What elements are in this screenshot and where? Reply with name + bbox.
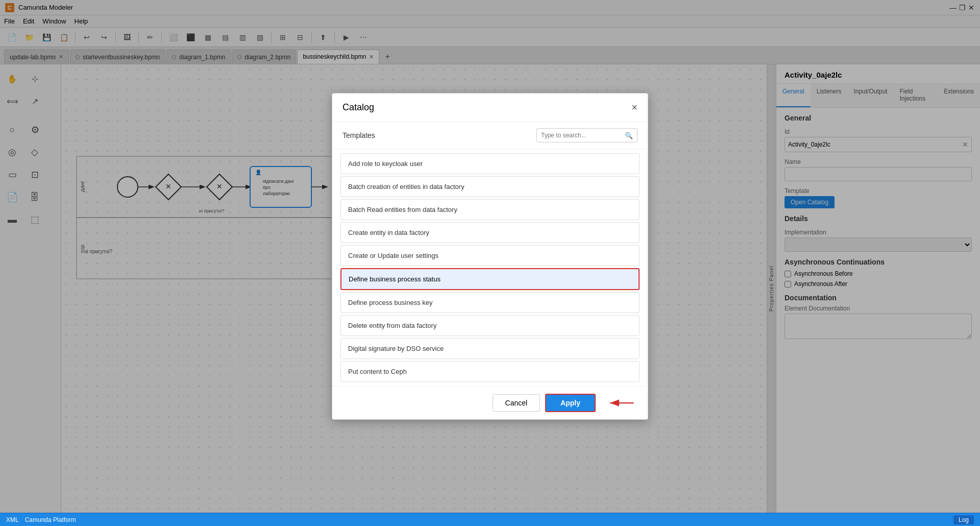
arrow-indicator xyxy=(607,398,638,408)
templates-label: Templates xyxy=(342,131,375,139)
catalog-modal: Catalog × Templates 🔍 Add role to keyclo… xyxy=(332,93,648,420)
catalog-close-button[interactable]: × xyxy=(631,102,638,113)
catalog-item-batch-create[interactable]: Batch creation of entities in data facto… xyxy=(340,176,640,197)
search-icon: 🔍 xyxy=(625,132,633,139)
search-input[interactable] xyxy=(541,132,623,139)
catalog-item-digital-sig[interactable]: Digital signature by DSO service xyxy=(340,338,640,359)
xml-label: XML xyxy=(6,516,19,523)
catalog-item-define-status[interactable]: Define business process status xyxy=(340,268,640,290)
catalog-item-batch-read[interactable]: Batch Read entities from data factory xyxy=(340,199,640,220)
catalog-body: Templates 🔍 Add role to keycloak user Ba… xyxy=(332,122,648,386)
catalog-list: Add role to keycloak user Batch creation… xyxy=(332,149,648,386)
search-box: 🔍 xyxy=(536,128,638,142)
catalog-item-delete-entity[interactable]: Delete entity from data factory xyxy=(340,315,640,336)
apply-button[interactable]: Apply xyxy=(545,394,596,412)
catalog-item-create-entity[interactable]: Create entity in data factory xyxy=(340,222,640,243)
cancel-button[interactable]: Cancel xyxy=(493,394,541,412)
platform-label: Camunda Platform xyxy=(25,516,76,523)
catalog-list-container: Add role to keycloak user Batch creation… xyxy=(332,149,648,386)
catalog-item-put-content[interactable]: Put content to Ceph xyxy=(340,361,640,382)
catalog-item-add-role[interactable]: Add role to keycloak user xyxy=(340,153,640,174)
catalog-footer: Cancel Apply xyxy=(332,386,648,419)
catalog-header: Catalog × xyxy=(332,93,648,122)
modal-overlay[interactable]: Catalog × Templates 🔍 Add role to keyclo… xyxy=(0,0,980,513)
apply-arrow-icon xyxy=(607,398,638,408)
log-button[interactable]: Log xyxy=(953,515,974,524)
catalog-search-area: Templates 🔍 xyxy=(332,122,648,149)
statusbar: XML Camunda Platform Log xyxy=(0,513,980,526)
catalog-item-create-update-user[interactable]: Create or Update user settings xyxy=(340,245,640,266)
catalog-item-define-key[interactable]: Define process business key xyxy=(340,292,640,313)
catalog-title: Catalog xyxy=(342,102,374,113)
